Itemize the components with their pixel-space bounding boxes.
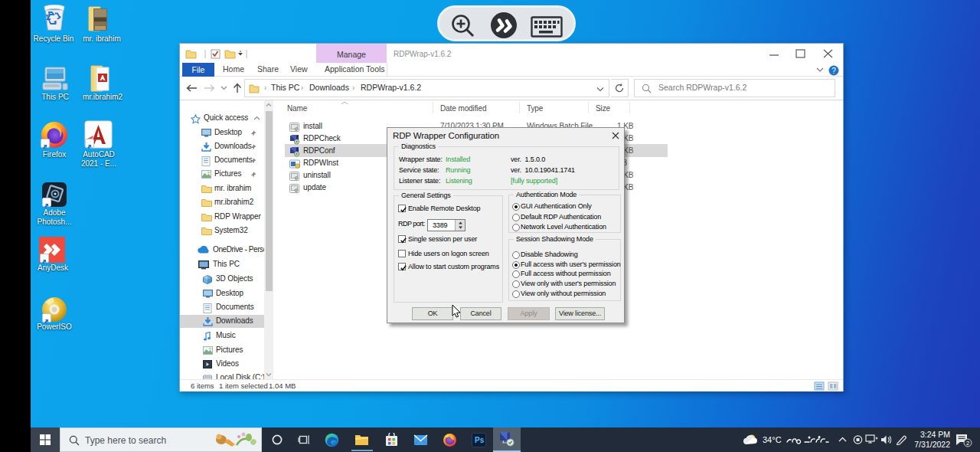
- svg-text:2: 2: [966, 440, 969, 447]
- svg-text:?: ?: [831, 67, 836, 75]
